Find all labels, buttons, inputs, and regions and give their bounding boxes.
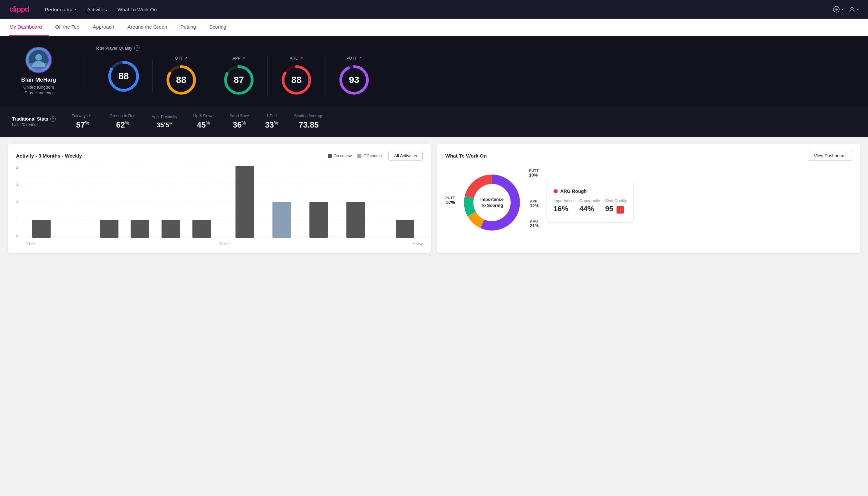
donut-wrapper: Importance To Scoring PUTT 57% PUTT 10% … (445, 166, 539, 239)
bottom-section: Activity - 3 Months - Weekly On course O… (0, 137, 868, 260)
view-dashboard-button[interactable]: View Dashboard (808, 151, 852, 160)
app-value: 87 (234, 75, 244, 85)
tabs-bar: My Dashboard Off the Tee Approach Around… (0, 19, 868, 36)
svg-point-5 (35, 54, 42, 61)
tab-putting[interactable]: Putting (174, 19, 203, 36)
donut-center-line1: Importance (480, 197, 504, 203)
main-score-circle: 88 (107, 60, 140, 93)
tab-off-the-tee[interactable]: Off the Tee (49, 19, 86, 36)
tab-approach[interactable]: Approach (86, 19, 121, 36)
donut-area: Importance To Scoring PUTT 57% PUTT 10% … (445, 166, 852, 239)
main-score-value: 88 (118, 71, 129, 82)
ott-value: 88 (176, 75, 186, 85)
score-ott: OTT ↗ 88 (153, 56, 210, 97)
app-label: APP ↗ (233, 56, 245, 61)
svg-rect-27 (161, 220, 180, 238)
info-card-grid: Importance 16% Opportunity 44% Shot Qual… (554, 199, 627, 214)
x-label-feb: 7 Feb (26, 242, 35, 246)
donut-label-ott: PUTT 10% (529, 169, 539, 177)
score-circles: 88 OTT ↗ 88 AP (95, 56, 856, 97)
arg-circle: 88 (280, 63, 313, 97)
total-quality-label: Total Player Quality ? (95, 45, 856, 51)
y-label-2: 2 (16, 200, 18, 204)
app-circle: 87 (222, 63, 255, 97)
arg-label: ARG ↗ (290, 56, 303, 61)
svg-rect-6 (29, 63, 49, 70)
help-icon[interactable]: ? (134, 45, 140, 51)
stat-fairways-hit: Fairways Hit 57% (72, 113, 94, 129)
trad-help-icon[interactable]: ? (50, 116, 56, 122)
info-card: ARG Rough Importance 16% Opportunity 44%… (547, 183, 634, 222)
stat-sand-save: Sand Save 36% (230, 113, 249, 129)
y-label-4: 4 (16, 166, 18, 170)
hero-section: Blair McHarg United Kingdom Plus Handica… (0, 36, 868, 106)
activity-chart-header: Activity - 3 Months - Weekly On course O… (16, 151, 423, 160)
stat-greens-in-reg: Greens In Reg 62% (110, 113, 136, 129)
player-info: Blair McHarg United Kingdom Plus Handica… (12, 47, 65, 95)
activity-chart-title: Activity - 3 Months - Weekly (16, 153, 82, 158)
top-navigation: clippd Performance ▾ Activities What To … (0, 0, 868, 19)
player-name: Blair McHarg (21, 77, 56, 83)
svg-rect-34 (396, 220, 414, 238)
score-arg: ARG ↗ 88 (268, 56, 326, 97)
activity-chart-card: Activity - 3 Months - Weekly On course O… (8, 143, 431, 253)
svg-rect-24 (32, 220, 51, 238)
y-label-0: 0 (16, 234, 18, 238)
stat-up-and-down: Up & Down 45% (193, 113, 214, 129)
app-logo: clippd (9, 5, 29, 14)
info-opportunity: Opportunity 44% (579, 199, 601, 214)
donut-center-line2: To Scoring (480, 203, 504, 208)
putt-value: 93 (349, 75, 359, 85)
nav-performance[interactable]: Performance ▾ (45, 7, 77, 12)
svg-rect-25 (100, 220, 119, 238)
score-app: APP ↗ 87 (210, 56, 268, 97)
svg-rect-32 (310, 202, 328, 238)
info-importance: Importance 16% (554, 199, 575, 214)
svg-rect-33 (346, 202, 365, 238)
svg-rect-28 (192, 220, 211, 238)
trad-stats-label: Traditional Stats ? Last 20 rounds (12, 116, 56, 127)
tab-around-the-green[interactable]: Around the Green (121, 19, 174, 36)
tab-scoring[interactable]: Scoring (203, 19, 233, 36)
x-label-may: 9 May (413, 242, 423, 246)
tab-my-dashboard[interactable]: My Dashboard (9, 19, 49, 36)
nav-links: Performance ▾ Activities What To Work On (45, 7, 157, 12)
svg-rect-26 (131, 220, 149, 238)
info-shot-quality: Shot Quality 95 ↓ (605, 199, 627, 214)
arg-value: 88 (291, 75, 301, 85)
legend-on-course: On course (328, 154, 352, 158)
nav-what-to-work-on[interactable]: What To Work On (117, 7, 157, 12)
shot-quality-badge: ↓ (617, 206, 624, 214)
nav-activities[interactable]: Activities (87, 7, 107, 12)
legend-off-course: Off course (358, 154, 382, 158)
y-label-1: 1 (16, 217, 18, 221)
nav-right: ▾ ▾ (833, 6, 859, 13)
svg-rect-29 (236, 166, 254, 238)
scores-section: Total Player Quality ? 88 OTT (95, 45, 856, 97)
donut-label-arg: ARG 21% (530, 219, 539, 228)
ott-circle: 88 (164, 63, 198, 97)
all-activities-button[interactable]: All Activities (388, 151, 423, 160)
trad-stats-title: Traditional Stats ? (12, 116, 56, 122)
main-score: 88 (95, 60, 153, 93)
stat-app-proximity: App. Proximity 35'5" (152, 114, 177, 129)
chart-legend: On course Off course (328, 154, 382, 158)
svg-rect-31 (272, 202, 291, 238)
putt-label: PUTT ↗ (346, 56, 361, 61)
what-to-work-on-card: What To Work On View Dashboard (437, 143, 860, 253)
user-menu-button[interactable]: ▾ (848, 6, 859, 13)
player-handicap: Plus Handicap (25, 90, 53, 95)
x-label-mar: 28 Mar (218, 242, 230, 246)
trad-stats-subtitle: Last 20 rounds (12, 122, 56, 127)
score-putt: PUTT ↗ 93 (326, 56, 383, 97)
hero-divider (80, 51, 80, 91)
donut-label-app: APP 12% (530, 199, 539, 208)
stat-scoring-average: Scoring Average 73.85 (294, 113, 323, 129)
ott-label: OTT ↗ (175, 56, 188, 61)
traditional-stats: Traditional Stats ? Last 20 rounds Fairw… (0, 106, 868, 137)
player-country: United Kingdom (23, 84, 54, 90)
add-button[interactable]: ▾ (833, 6, 843, 13)
y-label-3: 3 (16, 183, 18, 187)
info-card-title: ARG Rough (554, 188, 627, 194)
donut-card-header: What To Work On View Dashboard (445, 151, 852, 160)
